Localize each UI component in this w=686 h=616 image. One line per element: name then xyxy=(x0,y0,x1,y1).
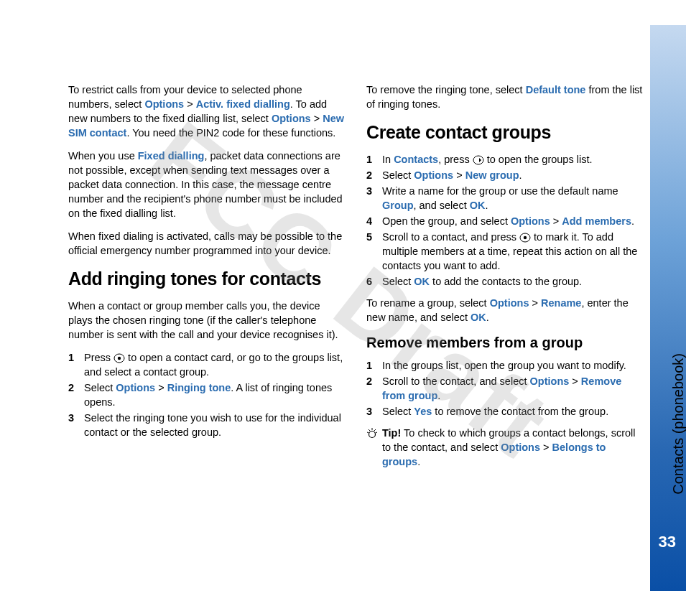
list-item: 1 In Contacts, press to open the groups … xyxy=(366,152,643,167)
separator: > xyxy=(184,98,196,110)
step-number: 2 xyxy=(68,381,74,395)
list-item: 3 Write a name for the group or use the … xyxy=(366,184,643,213)
svg-line-10 xyxy=(376,432,378,433)
text: to add the contacts to the group. xyxy=(430,276,582,287)
para-rename-group: To rename a group, select Options > Rena… xyxy=(366,296,643,325)
text: to remove the contact from the group. xyxy=(432,406,608,417)
text: Select xyxy=(382,276,414,287)
document-page: FCC Draft To restrict calls from your de… xyxy=(0,0,686,616)
text: . xyxy=(417,456,420,467)
steps-add-ringing: 1 Press to open a contact card, or go to… xyxy=(68,350,345,439)
list-item: 2 Select Options > New group. xyxy=(366,168,643,182)
side-tab-label: Contacts (phonebook) xyxy=(671,353,687,495)
text: Select xyxy=(382,169,414,181)
link-options: Options xyxy=(501,442,540,453)
text: . xyxy=(631,215,634,227)
step-number: 6 xyxy=(366,274,372,289)
step-number: 3 xyxy=(366,184,372,198)
para-restrict-calls: To restrict calls from your device to se… xyxy=(68,83,345,140)
list-item: 5 Scroll to a contact, and press to mark… xyxy=(366,230,643,273)
svg-point-5 xyxy=(369,431,376,438)
list-item: 3 Select the ringing tone you wish to us… xyxy=(68,411,345,439)
link-ok: OK xyxy=(471,312,486,323)
steps-create-group: 1 In Contacts, press to open the groups … xyxy=(366,152,643,289)
step-number: 4 xyxy=(366,214,372,228)
list-item: 2 Scroll to the contact, and select Opti… xyxy=(366,374,643,403)
text: , and select xyxy=(414,200,470,211)
text: Select xyxy=(382,406,414,417)
tip-icon xyxy=(366,427,378,442)
separator: > xyxy=(311,113,323,124)
svg-line-7 xyxy=(369,429,370,431)
separator: > xyxy=(529,297,541,309)
text: Scroll to a contact, and press xyxy=(382,231,519,243)
tip-label: Tip! xyxy=(382,427,401,439)
separator: > xyxy=(155,382,167,393)
list-item: 6 Select OK to add the contacts to the g… xyxy=(366,274,643,289)
link-new-group: New group xyxy=(465,169,519,181)
text: To rename a group, select xyxy=(366,297,490,309)
page-number: 33 xyxy=(659,533,676,551)
list-item: 1 Press to open a contact card, or go to… xyxy=(68,350,345,379)
separator: > xyxy=(569,375,581,387)
text: Write a name for the group or use the de… xyxy=(382,185,618,197)
text: . xyxy=(437,390,440,401)
link-options: Options xyxy=(414,169,453,181)
text: . You need the PIN2 code for these funct… xyxy=(126,127,335,139)
para-remove-tone: To remove the ringing tone, select Defau… xyxy=(366,83,643,111)
link-options: Options xyxy=(116,382,155,393)
heading-add-ringing-tones: Add ringing tones for contacts xyxy=(68,266,345,291)
svg-point-2 xyxy=(473,156,483,164)
scroll-key-icon xyxy=(113,353,125,363)
right-column: To remove the ringing tone, select Defau… xyxy=(366,83,643,477)
steps-remove-members: 1 In the groups list, open the group you… xyxy=(366,358,643,419)
link-rename: Rename xyxy=(541,297,581,309)
step-number: 5 xyxy=(366,230,372,244)
link-options: Options xyxy=(272,113,311,124)
link-options: Options xyxy=(490,297,529,309)
text: . xyxy=(519,169,522,181)
side-tab: Contacts (phonebook) xyxy=(650,25,686,591)
tip-block: Tip! To check to which groups a contact … xyxy=(366,426,643,469)
link-default-tone: Default tone xyxy=(526,84,586,95)
para-ringing-desc: When a contact or group member calls you… xyxy=(68,299,345,342)
step-number: 1 xyxy=(366,152,372,167)
step-number: 1 xyxy=(68,350,74,365)
svg-point-1 xyxy=(118,356,121,359)
text: When you use xyxy=(68,150,138,162)
text: to open the groups list. xyxy=(484,154,593,165)
step-number: 2 xyxy=(366,168,372,182)
text: Scroll to the contact, and select xyxy=(382,375,530,387)
step-number: 1 xyxy=(366,358,372,373)
link-ringing-tone: Ringing tone xyxy=(167,382,231,393)
link-contacts: Contacts xyxy=(394,154,438,165)
heading-remove-members: Remove members from a group xyxy=(366,333,643,353)
link-ok: OK xyxy=(470,200,486,211)
list-item: 1 In the groups list, open the group you… xyxy=(366,358,643,373)
link-fixed-dialling: Fixed dialling xyxy=(138,150,205,162)
list-item: 4 Open the group, and select Options > A… xyxy=(366,214,643,228)
text: In the groups list, open the group you w… xyxy=(382,360,626,371)
link-options: Options xyxy=(511,215,550,227)
text: In xyxy=(382,154,394,165)
scroll-key-icon xyxy=(519,233,531,243)
text: To remove the ringing tone, select xyxy=(366,84,526,95)
link-options: Options xyxy=(144,98,184,110)
step-number: 2 xyxy=(366,374,372,388)
separator: > xyxy=(540,442,552,453)
two-column-layout: To restrict calls from your device to se… xyxy=(68,83,643,477)
link-ok: OK xyxy=(414,276,430,287)
link-options: Options xyxy=(530,375,570,387)
text: Open the group, and select xyxy=(382,215,511,227)
svg-line-9 xyxy=(367,432,369,433)
scroll-key-icon xyxy=(473,155,484,165)
link-add-members: Add members xyxy=(562,215,631,227)
link-activ-fixed-dialling: Activ. fixed dialling xyxy=(196,98,290,110)
link-yes: Yes xyxy=(414,406,432,417)
svg-point-4 xyxy=(524,235,527,238)
text: Select xyxy=(84,382,116,393)
svg-line-8 xyxy=(374,429,376,431)
step-number: 3 xyxy=(366,404,372,419)
separator: > xyxy=(550,215,562,227)
step-number: 3 xyxy=(68,411,74,425)
